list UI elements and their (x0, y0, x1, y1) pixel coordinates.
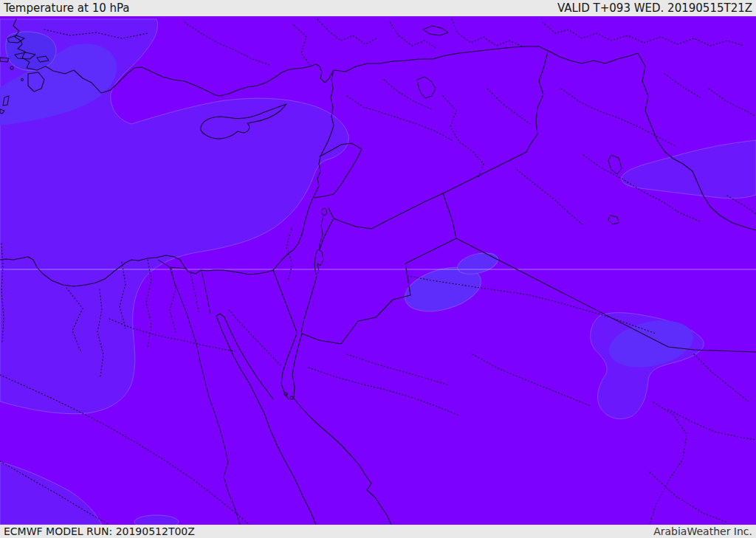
valid-time-label: VALID T+093 WED. 20190515T21Z (557, 1, 752, 15)
status-bar: ECMWF MODEL RUN: 20190512T00Z ArabiaWeat… (0, 525, 756, 538)
weather-map (0, 16, 756, 525)
map-title: Temperature at 10 hPa (4, 1, 130, 15)
credit-label: ArabiaWeather Inc. (653, 525, 752, 537)
title-bar: Temperature at 10 hPa VALID T+093 WED. 2… (0, 0, 756, 16)
model-run-label: ECMWF MODEL RUN: 20190512T00Z (4, 525, 195, 537)
